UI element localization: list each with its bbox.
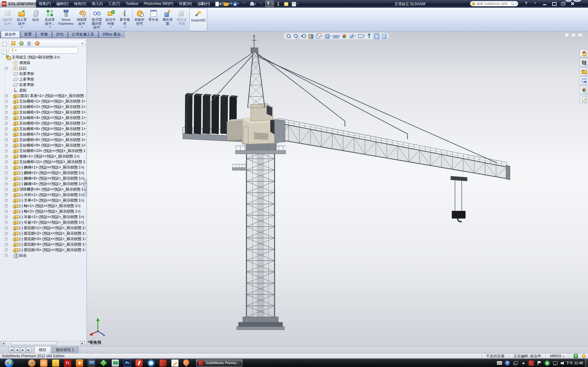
show-hidden-components-button[interactable]: 顯示隱 藏的零 組件 (90, 8, 104, 32)
hide-show-items-icon[interactable]: ▾ (333, 33, 340, 39)
screen-capture-app-icon[interactable] (112, 359, 119, 367)
redo-icon[interactable] (258, 1, 264, 7)
viewport-split-icon[interactable] (571, 33, 576, 37)
smart-fasteners-button[interactable]: Smart Fasteners (57, 8, 75, 32)
select-arrow-icon[interactable]: ▾ (265, 1, 274, 7)
apply-scene-icon[interactable]: ▾ (349, 33, 356, 39)
restore-button[interactable] (550, 1, 558, 6)
tree-item[interactable]: 右基準面 (1, 82, 86, 87)
tree-item[interactable]: 主結構框<10> (預設<<預設>_顯示狀態 1>) (1, 148, 86, 154)
tree-item[interactable]: (-) 吊索<3> (預設<<預設>_顯示狀態 1>) (1, 220, 86, 225)
tree-item[interactable]: (-) 固定銷<1> (預設<<預設>_顯示狀態 1>) (1, 225, 86, 231)
tree-item[interactable]: 主結構框<8> (預設<<預設>_顯示狀態 1>) (1, 137, 86, 143)
featuremanager-tab-icon[interactable] (11, 41, 16, 46)
blue-ring-app-icon[interactable] (147, 359, 155, 367)
menu-item[interactable]: PhotoView 360(P) (141, 0, 176, 8)
view-settings-icon[interactable]: ▾ (357, 33, 365, 39)
start-button[interactable] (4, 359, 14, 367)
filezilla-icon[interactable]: Fz (64, 359, 71, 367)
network-tray-icon[interactable] (553, 361, 558, 366)
expand-tabs-chevron[interactable]: » (82, 41, 85, 45)
go-to-end-button[interactable] (26, 347, 31, 352)
menu-item[interactable]: 檢視(V) (71, 0, 89, 8)
design-checker-icon[interactable]: ▾ (290, 1, 298, 7)
minimize-button[interactable] (541, 1, 549, 6)
save-icon[interactable]: ▾ (232, 1, 240, 7)
pane-button-1[interactable] (2, 41, 7, 47)
menu-item[interactable]: 編輯(E) (54, 0, 71, 8)
action-center-flag-icon[interactable] (537, 361, 542, 366)
help-button[interactable] (523, 1, 530, 6)
tree-item[interactable]: 上基準面 (1, 76, 86, 82)
undo-icon[interactable] (241, 1, 247, 7)
menu-item[interactable]: 檔案(F) (36, 0, 54, 8)
collapse-pane-icon[interactable] (564, 33, 569, 37)
tree-item[interactable]: 註記 (1, 65, 86, 71)
tree-item[interactable]: (-) 固定銷<3> (預設<<預設>_顯示狀態 1>) (1, 236, 86, 242)
pin-app-icon[interactable] (182, 358, 190, 366)
mate-button[interactable]: 結合 (29, 8, 43, 32)
play-backward-button[interactable] (14, 347, 20, 352)
tree-item[interactable]: 電梯<1> (預設<<預設>_顯示狀態 1>) (1, 154, 86, 159)
red-app-icon[interactable] (135, 359, 143, 367)
media-player-icon[interactable] (76, 359, 83, 367)
volume-tray-icon[interactable] (560, 361, 566, 366)
file-properties-icon[interactable] (283, 1, 289, 7)
tree-item[interactable]: (-) 鋼繩<3> (預設<<預設>_顯示狀態 1>) (1, 176, 86, 181)
tags-icon[interactable] (582, 354, 586, 358)
reference-geometry-button[interactable]: 參考幾 何 ▾ (118, 8, 132, 32)
tree-item[interactable]: 主結構框<11> (預設<<預設>_顯示狀態 1>) (1, 159, 86, 165)
tree-item[interactable]: (-) 鋼繩<1> (預設<<預設>_顯示狀態 1>) (1, 165, 86, 170)
shaded-cube-icon[interactable] (381, 33, 387, 39)
tree-item[interactable]: (-) 固定銷<2> (預設<<預設>_顯示狀態 1>) (1, 231, 86, 236)
tree-item[interactable]: 主結構框<1> (預設<<預設>_顯示狀態 1>) (1, 98, 86, 104)
bill-of-materials-button[interactable]: 零件表 (146, 8, 161, 32)
keyboard-tray-icon[interactable] (497, 361, 502, 365)
hidden-icons-arrow[interactable] (521, 361, 526, 366)
file-explorer-tab-icon[interactable] (580, 67, 588, 76)
options-traffic-icon[interactable] (275, 1, 282, 7)
tree-item[interactable]: (-) 吊索<1> (預設<<預設>_顯示狀態 1>) (1, 214, 86, 220)
tree-item[interactable]: (-) 天車<2> (預設<<預設>_顯示狀態 1>) (1, 198, 86, 203)
tree-item[interactable]: (-) 軸<1> (預設<<預設>_顯示狀態 1>) (1, 203, 86, 209)
search-input[interactable] (476, 2, 510, 6)
3d-drawing-view-icon[interactable] (366, 33, 372, 39)
exploded-view-button[interactable]: 爆炸視 圖 (161, 8, 175, 32)
zoom-to-area-icon[interactable] (293, 33, 299, 39)
search-box[interactable]: ? ▾ (470, 1, 518, 6)
window-tray-icon[interactable] (513, 361, 518, 366)
instant3d-button[interactable]: Instant3D (189, 8, 207, 31)
tree-item[interactable]: (-) 鋼繩<2> (預設<<預設>_顯示狀態 1>) (1, 170, 86, 176)
windows-explorer-icon[interactable] (52, 359, 59, 367)
taskbar-clock[interactable]: 下午 11:46 (566, 359, 583, 367)
tree-item[interactable]: 主結構框<7> (預設<<預設>_顯示狀態 1>) (1, 132, 86, 137)
media-app-icon[interactable] (40, 359, 47, 367)
tree-item[interactable]: 主結構框<4> (預設<<預設>_顯示狀態 1>) (1, 115, 86, 120)
photoshop-icon[interactable]: Ps (124, 359, 131, 367)
scroll-right-icon[interactable]: ▶ (80, 341, 85, 345)
move-component-button[interactable]: 移動零 組件 ▾ (75, 8, 89, 32)
tree-item[interactable]: (-) 吊桿<1> (預設<<預設>_顯示狀態 1>) (1, 192, 86, 198)
tree-item[interactable]: 主結構框<5> (預設<<預設>_顯示狀態 1>) (1, 120, 86, 126)
filter-box[interactable]: ▾ (9, 47, 78, 54)
open-icon[interactable]: ▾ (223, 1, 231, 7)
go-to-start-button[interactable] (9, 347, 14, 352)
assembly-features-button[interactable]: 組合件 特徵 ▾ (104, 8, 118, 32)
view-palette-tab-icon[interactable] (580, 76, 588, 85)
tree-item[interactable]: 頂部機房<4> (預設<<預設>_顯示狀態 1>) (1, 187, 86, 192)
remote-desktop-icon[interactable] (88, 359, 95, 367)
zoom-to-fit-icon[interactable] (286, 33, 292, 39)
tree-item[interactable]: (固定) 基座<1> (預設<<預設>_顯示狀態 1>) (1, 93, 86, 98)
notes-app-icon[interactable] (171, 359, 179, 367)
show-desktop-button[interactable] (585, 359, 588, 367)
search-options-caret[interactable]: ▾ (515, 2, 516, 5)
play-forward-button[interactable] (20, 347, 26, 352)
active-window-button[interactable]: SolidWorks Premiu... (196, 359, 242, 367)
tree-item[interactable]: 主結構框<9> (預設<<預設>_顯示狀態 1>) (1, 143, 86, 148)
units-selector[interactable]: MMGS▲ (545, 354, 569, 358)
new-motion-study-button[interactable]: 新動作 研究 (132, 8, 146, 32)
pane-button-2[interactable] (2, 49, 7, 55)
display-style-icon[interactable]: ▾ (324, 33, 331, 39)
configurationmanager-tab-icon[interactable] (27, 41, 31, 46)
tree-item[interactable]: 主結構框<2> (預設<<預設>_顯示狀態 1>) (1, 104, 86, 109)
